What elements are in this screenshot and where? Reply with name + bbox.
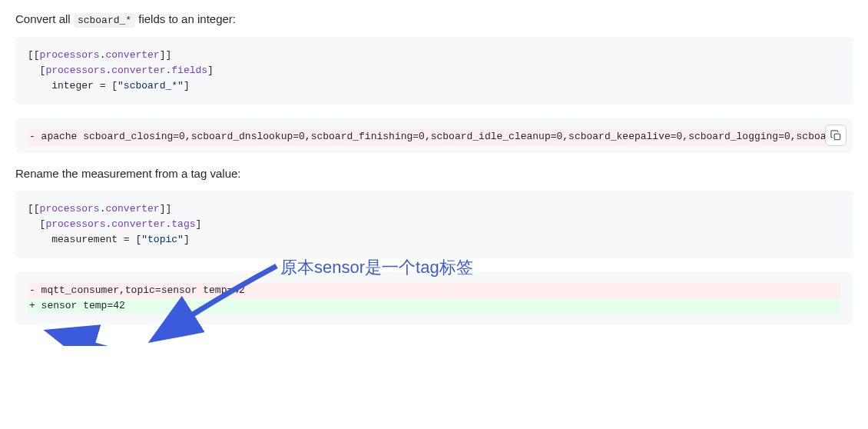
cfg1-line2: [processors.converter.fields]	[28, 63, 840, 78]
diff-block-1: - apache scboard_closing=0,scboard_dnslo…	[15, 118, 853, 152]
svg-rect-0	[834, 134, 840, 140]
diff2-added: + sensor temp=42	[28, 298, 840, 314]
diff-block-2: - mqtt_consumer,topic=sensor temp=42 + s…	[15, 272, 853, 324]
copy-button[interactable]	[825, 125, 846, 146]
diff2-deleted: - mqtt_consumer,topic=sensor temp=42	[28, 283, 840, 298]
intro-text-post: fields to an integer:	[135, 12, 236, 25]
cfg1-line1: [[processors.converter]]	[28, 48, 840, 63]
diff-deleted-line: - apache scboard_closing=0,scboard_dnslo…	[28, 129, 840, 145]
inline-code-scboard: scboard_*	[74, 13, 135, 28]
config-block-1: [[processors.converter]] [processors.con…	[15, 37, 853, 105]
diff-scroll-area[interactable]: - apache scboard_closing=0,scboard_dnslo…	[28, 129, 840, 149]
config-block-2: [[processors.converter]] [processors.con…	[15, 191, 853, 258]
copy-icon	[830, 130, 842, 141]
cfg2-line2: [processors.converter.tags]	[28, 217, 840, 232]
cfg2-line1: [[processors.converter]]	[28, 201, 840, 217]
intro-text-pre: Convert all	[15, 12, 74, 25]
arrow-2	[69, 333, 192, 347]
cfg1-line3: integer = ["scboard_*"]	[28, 78, 840, 94]
section1-intro: Convert all scboard_* fields to an integ…	[15, 12, 853, 26]
section2-intro: Rename the measurement from a tag value:	[15, 167, 853, 180]
cfg2-line3: measurement = ["topic"]	[28, 232, 840, 248]
